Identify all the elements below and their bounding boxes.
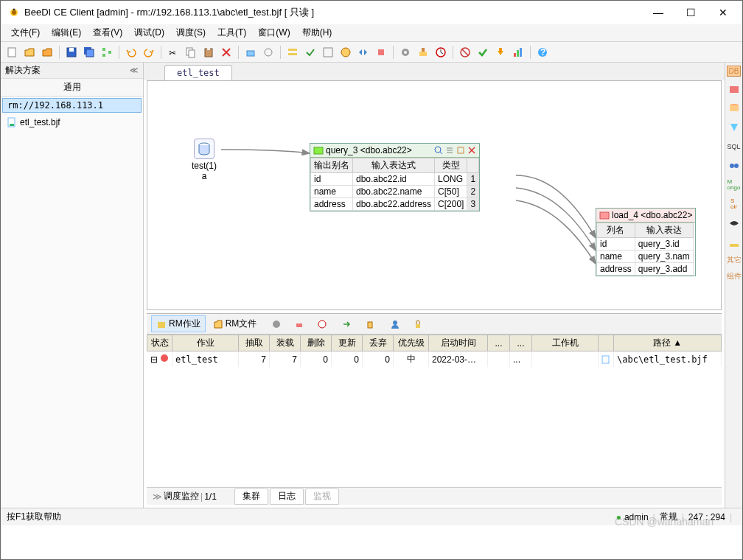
table-row[interactable]: addressdbo.abc22.addressC[200]3 (311, 198, 479, 211)
maximize-button[interactable]: ☐ (674, 2, 707, 23)
h-c2[interactable]: ... (510, 335, 532, 351)
menu-schedule[interactable]: 调度(S) (172, 25, 210, 41)
stop-icon[interactable] (457, 44, 473, 60)
tb-icon-2[interactable] (260, 44, 276, 60)
h-worker[interactable]: 工作机 (532, 335, 599, 351)
open-icon[interactable] (21, 44, 38, 60)
query-node[interactable]: query_3 <dbo.abc22> 输出别名输入表达式类型 iddbo.ab… (310, 143, 480, 211)
tb-icon-4[interactable] (302, 44, 318, 60)
tb-icon-3[interactable] (285, 44, 301, 60)
comp-label[interactable]: 组件 (727, 271, 742, 281)
sql-icon[interactable]: SQL (728, 140, 741, 153)
down-icon[interactable] (492, 44, 509, 60)
minimize-button[interactable]: — (642, 2, 674, 23)
col-expr[interactable]: 输入表达式 (353, 158, 435, 173)
col-alias[interactable]: 输出别名 (311, 158, 353, 173)
close-node-icon[interactable] (467, 146, 476, 155)
bp-gear-icon[interactable] (266, 317, 287, 332)
col-type[interactable]: 类型 (435, 158, 467, 173)
table-row[interactable]: namedbo.abc22.nameC[50]2 (311, 186, 479, 198)
search-icon[interactable] (434, 146, 443, 155)
h-discard[interactable]: 丢弃 (363, 335, 394, 351)
menu-view[interactable]: 查看(V) (88, 25, 127, 41)
saveall-icon[interactable] (81, 44, 97, 60)
r-icon-9[interactable] (728, 236, 741, 249)
bp-user-icon[interactable] (385, 317, 405, 332)
menu-file[interactable]: 文件(F) (7, 25, 44, 41)
table-row[interactable]: addressquery_3.add (597, 263, 694, 276)
folder2-icon[interactable] (39, 44, 55, 60)
h-job[interactable]: 作业 (172, 335, 239, 351)
r-icon-2[interactable] (728, 102, 741, 115)
design-canvas[interactable]: test(1) a query_3 <dbo.abc22> 输出别名输入表达式类… (147, 80, 722, 310)
tb-icon-5[interactable] (320, 44, 336, 60)
tb-icon-1[interactable] (243, 44, 259, 60)
h-path[interactable]: 路径 ▲ (614, 335, 722, 351)
table-row[interactable]: iddbo.abc22.idLONG1 (311, 173, 479, 186)
bp-trash-icon[interactable] (360, 317, 380, 332)
r-icon-3[interactable] (728, 121, 741, 134)
tab-monitor[interactable]: 监视 (305, 488, 339, 505)
table-row[interactable]: idquery_3.id (597, 238, 694, 251)
menu-debug[interactable]: 调试(D) (130, 25, 169, 41)
menu-edit[interactable]: 编辑(E) (47, 25, 86, 41)
bp-brush-icon[interactable] (289, 317, 310, 332)
collapse-icon[interactable]: ≪ (130, 66, 139, 75)
redo-icon[interactable] (141, 44, 157, 60)
r-icon-8[interactable] (728, 217, 741, 230)
help-icon[interactable]: ? (534, 44, 551, 60)
h-del[interactable]: 删除 (301, 335, 332, 351)
menu-help[interactable]: 帮助(H) (298, 25, 337, 41)
file-node[interactable]: etl_test.bjf (1, 114, 143, 130)
tb-icon-7[interactable] (355, 44, 372, 60)
h-extract[interactable]: 抽取 (239, 335, 270, 351)
col-input[interactable]: 输入表达 (635, 223, 693, 238)
collapse-bottom-icon[interactable]: ≫ (153, 491, 162, 502)
solr-icon[interactable]: Solr (728, 197, 741, 211)
new-icon[interactable] (4, 44, 20, 60)
r-icon-5[interactable] (728, 159, 741, 172)
server-node[interactable]: rm://192.168.113.1 (2, 98, 142, 113)
tb-icon-6[interactable] (338, 44, 354, 60)
rm-file-button[interactable]: RM文件 (208, 315, 262, 332)
edit-icon[interactable] (456, 146, 465, 155)
clock-icon[interactable] (433, 44, 449, 60)
check-icon[interactable] (475, 44, 491, 60)
menu-tools[interactable]: 工具(T) (213, 25, 251, 41)
chart-icon[interactable] (510, 44, 526, 60)
save-icon[interactable] (63, 44, 80, 60)
tab-log[interactable]: 日志 (270, 488, 304, 505)
h-blank[interactable] (599, 335, 614, 351)
load-node[interactable]: load_4 <dbo.abc22> 列名输入表达 idquery_3.id n… (596, 208, 696, 276)
rm-job-button[interactable]: RM作业 (151, 315, 206, 332)
gear-icon[interactable] (397, 44, 414, 60)
delete-icon[interactable] (218, 44, 234, 60)
bp-arrow-icon[interactable] (337, 317, 357, 332)
other-label[interactable]: 其它 (727, 255, 742, 265)
menu-window[interactable]: 窗口(W) (254, 25, 294, 41)
h-load[interactable]: 装载 (270, 335, 301, 351)
paste-icon[interactable] (200, 44, 217, 60)
r-icon-1[interactable] (728, 83, 741, 96)
h-c1[interactable]: ... (488, 335, 510, 351)
h-upd[interactable]: 更新 (332, 335, 363, 351)
bp-clock-icon[interactable] (312, 317, 332, 332)
solution-sub[interactable]: 通用 (1, 79, 143, 97)
cut-icon[interactable]: ✂ (165, 44, 181, 60)
h-status[interactable]: 状态 (147, 335, 172, 351)
table-row[interactable]: namequery_3.nam (597, 251, 694, 263)
close-button[interactable]: ✕ (707, 2, 739, 23)
tab-cluster[interactable]: 集群 (234, 488, 268, 505)
col-name[interactable]: 列名 (597, 223, 635, 238)
tab-etl-test[interactable]: etl_test (164, 65, 232, 80)
h-start[interactable]: 启动时间 (429, 335, 488, 351)
h-pri[interactable]: 优先级 (394, 335, 429, 351)
job-row[interactable]: ⊟ etl_test 7 7 0 0 0 中 2022-03-… ... \ab (147, 351, 722, 368)
clean-icon[interactable] (415, 44, 431, 60)
undo-icon[interactable] (123, 44, 139, 60)
bp-lock-icon[interactable] (408, 317, 428, 332)
tab-schedule[interactable]: 调度监控 (164, 490, 199, 503)
list-icon[interactable] (445, 146, 454, 155)
db-label[interactable]: DB (727, 66, 742, 77)
copy-icon[interactable] (183, 44, 199, 60)
